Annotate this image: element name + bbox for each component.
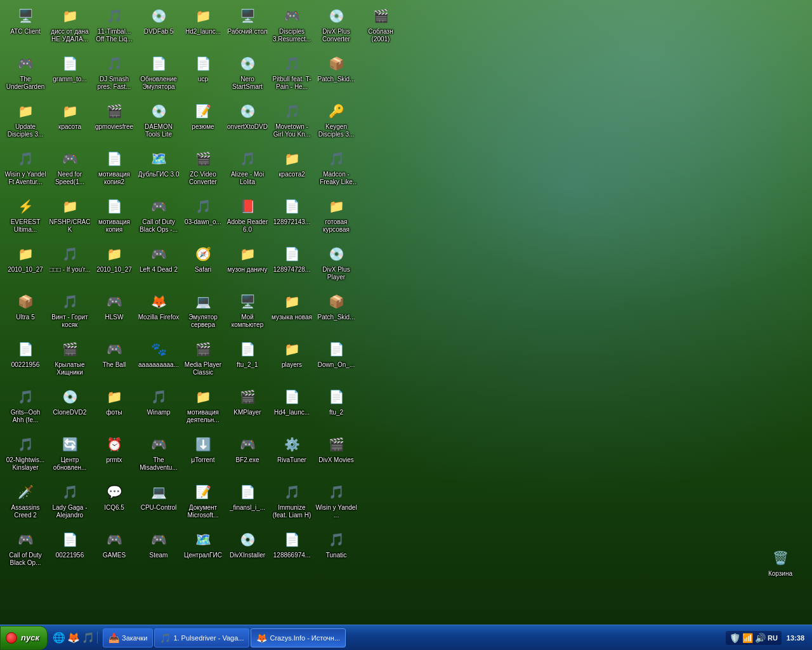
desktop-icon-down-on[interactable]: 📄 Down_On_...	[314, 336, 358, 384]
desktop-icon-foty[interactable]: 📁 фоты	[92, 384, 136, 432]
desktop-icon-atc-client[interactable]: 🖥️ ATC Client	[3, 3, 48, 51]
desktop-icon-call-of-duty-bo[interactable]: 🎮 Call of Duty Black Op...	[3, 527, 48, 574]
desktop-icon-dvdfab5[interactable]: 💿 DVDFab 5	[136, 3, 181, 51]
desktop-icon-gramm-to[interactable]: 📄 gramm_to...	[48, 51, 92, 98]
tray-network[interactable]: 📶	[742, 633, 753, 643]
desktop-icon-daemon-tools[interactable]: 💿 DAEMON Tools Lite	[136, 98, 181, 146]
desktop-icon-obn-emul[interactable]: 📄 Обновление Эмулятора	[136, 51, 181, 98]
desktop-icon-games[interactable]: 🎮 GAMES	[92, 527, 136, 574]
taskbar-item-pulsedriver[interactable]: 🎵 1. Pulsedriver - Vaga...	[154, 628, 249, 647]
desktop-icon-divx-inst[interactable]: 💿 DivXInstaller	[225, 527, 270, 574]
desktop-icon-convertxtodvd[interactable]: 💿 onvertXtoDVD	[225, 98, 270, 146]
taskbar-item-zakachki[interactable]: 📥 Закачки	[103, 628, 153, 647]
desktop-icon-rezyume[interactable]: 📝 резюме	[181, 98, 225, 146]
desktop-icon-prmtx[interactable]: ⏰ prmtx	[92, 432, 136, 479]
desktop-icon-ucp[interactable]: 📄 ucp	[181, 51, 225, 98]
desktop-icon-muzyka-nov[interactable]: 📁 музыка новая	[270, 289, 314, 336]
desktop-icon-patch-skid[interactable]: 📦 Patch_Skid...	[314, 51, 358, 98]
desktop-icon-motivaciya-dey[interactable]: 📁 мотивация деятельн...	[181, 384, 225, 432]
desktop-icon-wisiy-yandel[interactable]: 🎵 Wisin y Yandel Ft Aventur...	[3, 146, 48, 194]
desktop-icon-ftu-2[interactable]: 📄 ftu_2	[314, 384, 358, 432]
desktop-icon-divx-movies[interactable]: 🎬 DivX Movies	[314, 432, 358, 479]
desktop-icon-center-obn[interactable]: 🔄 Центр обновлен...	[48, 432, 92, 479]
desktop-icon-divx-plus2[interactable]: 💿 DivX Plus Player	[314, 241, 358, 289]
desktop-icon-1288669[interactable]: 📄 128866974...	[270, 527, 314, 574]
desktop-icon-lady-gaga[interactable]: 🎵 Lady Gaga - Alejandro	[48, 479, 92, 527]
desktop-icon-nero[interactable]: 💿 Nero StartSmart	[225, 51, 270, 98]
desktop-icon-muzon-danich[interactable]: 📁 музон даничу	[225, 241, 270, 289]
desktop-icon-icq65[interactable]: 💬 ICQ6.5	[92, 479, 136, 527]
tray-security[interactable]: 🛡️	[730, 633, 740, 643]
desktop-icon-finansl[interactable]: 📄 _finansl_i_...	[225, 479, 270, 527]
desktop-icon-winamp[interactable]: 🎵 Winamp	[136, 384, 181, 432]
desktop-icon-rabochiy-stol[interactable]: 🖥️ Рабочий стол	[225, 3, 270, 51]
desktop-icon-11-timbal[interactable]: 🎵 11-Timbal... Off The Liq...	[92, 3, 136, 51]
desktop-icon-emul-servera[interactable]: 💻 Эмулятор сервера	[181, 289, 225, 336]
desktop-icon-box-if[interactable]: 🎵 □□□ - If you'r...	[48, 241, 92, 289]
desktop-icon-assassins-creed[interactable]: 🗡️ Assassins Creed 2	[3, 479, 48, 527]
desktop-icon-02-nightwis[interactable]: 🎵 02-Nightwis... Kinslayer	[3, 432, 48, 479]
desktop-icon-2010-10-27[interactable]: 📁 2010_10_27	[3, 241, 48, 289]
desktop-icon-utorrent[interactable]: ⬇️ μTorrent	[181, 432, 225, 479]
desktop-icon-bf2[interactable]: 🎮 BF2.exe	[225, 432, 270, 479]
desktop-icon-l4d2[interactable]: 🎮 Left 4 Dead 2	[136, 241, 181, 289]
desktop-icon-vint[interactable]: 🎵 Винт - Горит косяк	[48, 289, 92, 336]
desktop-icon-00221956[interactable]: 📄 00221956	[3, 336, 48, 384]
tray-volume[interactable]: 🔊	[755, 633, 766, 643]
desktop-icon-everest[interactable]: ⚡ EVEREST Ultima...	[3, 194, 48, 241]
desktop-icon-kmplayer[interactable]: 🎬 KMPlayer	[225, 384, 270, 432]
desktop-icon-mpc[interactable]: 🎬 Media Player Classic	[181, 336, 225, 384]
quicklaunch-media[interactable]: 🎵	[82, 632, 95, 644]
desktop-icon-divx-plus[interactable]: 💿 DivX Plus Converter	[314, 3, 358, 51]
quicklaunch-firefox[interactable]: 🦊	[67, 632, 80, 644]
desktop-icon-rivatuner[interactable]: ⚙️ RivaTuner	[270, 432, 314, 479]
desktop-icon-hd2-launc[interactable]: 📁 Hd2_launc...	[181, 3, 225, 51]
desktop-icon-need-for-speed[interactable]: 🎮 Need for Speed(1...	[48, 146, 92, 194]
desktop-icon-1289742[interactable]: 📄 128974728...	[270, 241, 314, 289]
desktop-icon-ultra5[interactable]: 📦 Ultra 5	[3, 289, 48, 336]
desktop-icon-pitbull[interactable]: 🎵 Pitbull feat. T-Pain - He...	[270, 51, 314, 98]
desktop-icon-dubilgis[interactable]: 🗺️ ДубльГИС 3.0	[136, 146, 181, 194]
desktop-icon-motivaciya[interactable]: 📄 мотивация копия	[92, 194, 136, 241]
clock[interactable]: 13:38	[784, 633, 807, 643]
desktop-icon-hd2-launch2[interactable]: 📄 Hd4_launc...	[270, 384, 314, 432]
desktop-icon-grits-ooh[interactable]: 🎵 Grits--Ooh Ahh (fe...	[3, 384, 48, 432]
desktop-icon-aaaaaaaaa[interactable]: 🐾 аааааааааа...	[136, 336, 181, 384]
desktop-icon-steam[interactable]: 🎮 Steam	[136, 527, 181, 574]
desktop-icon-hlsw[interactable]: 🎮 HLSW	[92, 289, 136, 336]
tray-language[interactable]: RU	[768, 634, 778, 642]
desktop-icon-soblazn[interactable]: 🎬 Соблазн (2001)	[358, 3, 403, 51]
desktop-icon-disciples3[interactable]: 🎮 Disciples 3.Resurrect...	[270, 3, 314, 51]
taskbar-item-crazys[interactable]: 🦊 Crazys.Info - Источн...	[251, 628, 346, 647]
desktop-icon-nfshp-crack[interactable]: 📁 NFSHP/CRACK	[48, 194, 92, 241]
desktop-icon-madcon[interactable]: 🎵 Madcon - Freaky Like Me	[314, 146, 358, 194]
desktop-icon-03-dawn[interactable]: 🎵 03-dawn_o...	[181, 194, 225, 241]
desktop-icon-safari[interactable]: 🧭 Safari	[181, 241, 225, 289]
desktop-icon-disc-dana[interactable]: 📁 дисс от дана НЕ УДАЛА...	[48, 3, 92, 51]
desktop-icon-2010-10-27-2[interactable]: 📁 2010_10_27	[92, 241, 136, 289]
desktop-icon-dj-smash[interactable]: 🎵 DJ Smash pres. Fast...	[92, 51, 136, 98]
desktop-icon-clonedvd2[interactable]: 💿 CloneDVD2	[48, 384, 92, 432]
desktop-icon-gotov-kurs[interactable]: 📁 готовая курсовая	[314, 194, 358, 241]
desktop-icon-gpmoviesfree[interactable]: 🎬 gpmoviesfree	[92, 98, 136, 146]
desktop-icon-alizee[interactable]: 🎵 Alizee - Moi Lolita	[225, 146, 270, 194]
quicklaunch-ie[interactable]: 🌐	[53, 632, 65, 644]
desktop-icon-misadventu[interactable]: 🎮 The Misadventu...	[136, 432, 181, 479]
desktop-icon-adobe-reader[interactable]: 📕 Adobe Reader 6.0	[225, 194, 270, 241]
desktop-icon-doc-microsoft[interactable]: 📝 Документ Microsoft...	[181, 479, 225, 527]
desktop-icon-00221956-2[interactable]: 📄 00221956	[48, 527, 92, 574]
desktop-icon-krasota2[interactable]: 📁 красота2	[270, 146, 314, 194]
desktop-icon-cpu-control[interactable]: 💻 CPU-Control	[136, 479, 181, 527]
desktop-icon-immunize[interactable]: 🎵 Immunize (feat. Liam H)	[270, 479, 314, 527]
desktop-icon-1289721[interactable]: 📄 128972143...	[270, 194, 314, 241]
desktop-icon-krylatye[interactable]: 🎬 Крылатые Хищники	[48, 336, 92, 384]
start-button[interactable]: пуск	[0, 626, 48, 650]
desktop-icon-undergarden[interactable]: 🎮 The UnderGarden	[3, 51, 48, 98]
desktop-icon-centralGIS[interactable]: 🗺️ ЦентралГИС	[181, 527, 225, 574]
desktop-icon-mozilla[interactable]: 🦊 Mozilla Firefox	[136, 289, 181, 336]
desktop-icon-movetown[interactable]: 🎵 Movetown - Girl You Kn...	[270, 98, 314, 146]
desktop-icon-players[interactable]: 📁 players	[270, 336, 314, 384]
desktop-icon-my-computer[interactable]: 🖥️ Мой компьютер	[225, 289, 270, 336]
desktop-icon-the-ball[interactable]: 🎮 The Ball	[92, 336, 136, 384]
desktop-icon-ftu-2-1[interactable]: 📄 ftu_2_1	[225, 336, 270, 384]
